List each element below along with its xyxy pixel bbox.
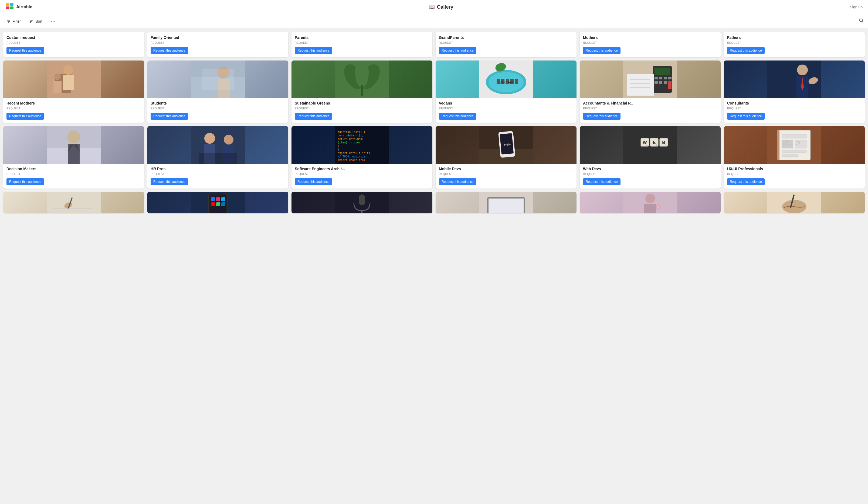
filter-label: Filter (12, 19, 21, 23)
card-request-label: REQUEST (7, 173, 141, 175)
card-title: Accountants & Financial P... (583, 101, 717, 105)
card-request-label: REQUEST (439, 41, 573, 44)
svg-rect-118 (216, 202, 220, 206)
card-request-label: REQUEST (151, 107, 285, 110)
request-audience-button[interactable]: Request this audience (439, 113, 476, 120)
svg-rect-45 (668, 77, 672, 79)
svg-rect-99 (782, 134, 806, 138)
card-title: Decision Makers (7, 167, 141, 171)
card-image (724, 61, 865, 98)
card-image: W E B 4 1 3 (580, 126, 721, 164)
card-request-label: REQUEST (583, 107, 717, 110)
request-audience-button[interactable]: Request this audience (727, 113, 765, 120)
card-image-svg (291, 61, 432, 98)
card-image (147, 192, 288, 213)
card-image (580, 61, 721, 98)
request-audience-button[interactable]: Request this audience (583, 113, 620, 120)
card-decision-makers: Decision Makers REQUEST Request this aud… (3, 126, 144, 189)
request-audience-button[interactable]: Request this audience (583, 178, 620, 185)
request-audience-button[interactable]: Request this audience (295, 47, 332, 54)
request-audience-button[interactable]: Request this audience (151, 47, 188, 54)
card-software-engineers: function init() { const data = []; retur… (291, 126, 432, 189)
card-request-label: REQUEST (295, 41, 429, 44)
svg-text:E: E (653, 140, 656, 145)
card-grandparents: GrandParents REQUEST Request this audien… (436, 32, 577, 57)
filter-button[interactable]: Filter (4, 18, 23, 24)
gallery-container: Custom request REQUEST Request this audi… (0, 28, 868, 504)
svg-text:function init() {: function init() { (338, 130, 365, 133)
svg-rect-110 (52, 211, 93, 211)
svg-text:return data.map(: return data.map( (338, 138, 363, 140)
card-title: GrandParents (439, 36, 573, 40)
book-icon: 📖 (429, 4, 435, 10)
card-image-svg (436, 192, 577, 213)
card-sustainable-greens: Sustainable Greens REQUEST Request this … (291, 61, 432, 123)
svg-line-11 (862, 22, 864, 23)
svg-rect-114 (211, 197, 215, 201)
card-request-label: REQUEST (727, 173, 861, 175)
card-title: Parents (295, 36, 429, 40)
svg-rect-70 (199, 153, 237, 164)
card-mobile-devs: Hello Mobile Devs REQUEST Request this a… (436, 126, 577, 189)
svg-point-66 (204, 133, 215, 144)
svg-rect-36 (515, 79, 518, 84)
svg-text:const data = [];: const data = []; (338, 134, 363, 137)
card-request-label: REQUEST (295, 173, 429, 175)
svg-point-10 (860, 19, 862, 22)
card-image: Hello (436, 126, 577, 164)
svg-rect-42 (654, 77, 658, 79)
sort-button[interactable]: Sort (27, 18, 44, 24)
request-audience-button[interactable]: Request this audience (7, 113, 44, 120)
request-audience-button[interactable]: Request this audience (151, 113, 188, 120)
card-request-label: REQUEST (7, 41, 141, 44)
request-audience-button[interactable]: Request this audience (439, 178, 476, 185)
card-image-svg (147, 61, 288, 98)
svg-rect-115 (216, 197, 220, 201)
svg-text:(item) => item: (item) => item (338, 141, 360, 144)
card-image-svg (147, 126, 288, 164)
svg-rect-44 (664, 77, 667, 79)
signup-button[interactable]: Sign up (850, 5, 862, 9)
card-custom-request: Custom request REQUEST Request this audi… (3, 32, 144, 57)
svg-rect-119 (221, 202, 225, 206)
request-audience-button[interactable]: Request this audience (439, 47, 476, 54)
search-button[interactable] (859, 18, 864, 24)
card-mothers: Mothers REQUEST Request this audience (580, 32, 721, 57)
card-family-oriented: Family Oriented REQUEST Request this aud… (147, 32, 288, 57)
request-audience-button[interactable]: Request this audience (151, 178, 188, 185)
svg-rect-1 (10, 3, 13, 6)
card-ux-ui: UX/UI Professionals REQUEST Request this… (724, 126, 865, 189)
request-audience-button[interactable]: Request this audience (583, 47, 620, 54)
svg-text:B: B (662, 140, 665, 145)
card-request-label: REQUEST (727, 41, 861, 44)
svg-rect-131 (644, 204, 656, 213)
card-title: Vegans (439, 101, 573, 105)
request-audience-button[interactable]: Request this audience (295, 113, 332, 120)
request-audience-button[interactable]: Request this audience (727, 178, 765, 185)
svg-text:);: ); (338, 144, 341, 148)
svg-text:Hello: Hello (504, 143, 511, 147)
card-image-svg (724, 61, 865, 98)
svg-rect-3 (10, 7, 13, 9)
request-audience-button[interactable]: Request this audience (727, 47, 765, 54)
svg-rect-109 (52, 208, 93, 209)
svg-rect-15 (63, 75, 74, 90)
request-audience-button[interactable]: Request this audience (7, 178, 44, 185)
card-request-label: REQUEST (583, 173, 717, 175)
app-logo[interactable]: Airtable (6, 3, 32, 11)
card-row4-4 (436, 192, 577, 213)
card-title: UX/UI Professionals (727, 167, 861, 171)
svg-rect-28 (361, 85, 363, 95)
page-title-container: 📖 Gallery (429, 4, 453, 10)
card-title: Sustainable Greens (295, 101, 429, 105)
svg-rect-48 (664, 81, 667, 84)
svg-rect-103 (782, 154, 798, 157)
request-audience-button[interactable]: Request this audience (7, 47, 44, 54)
card-title: Students (151, 101, 285, 105)
card-image-svg (580, 61, 721, 98)
card-request-label: REQUEST (151, 173, 285, 175)
more-label: ··· (51, 18, 55, 24)
request-audience-button[interactable]: Request this audience (295, 178, 332, 185)
more-button[interactable]: ··· (49, 17, 58, 26)
svg-rect-46 (654, 81, 658, 84)
